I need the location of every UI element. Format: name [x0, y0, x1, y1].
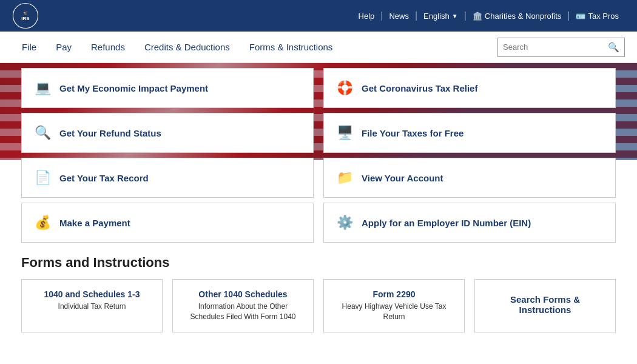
view-account-card[interactable]: 📁 View Your Account: [323, 158, 616, 198]
help-link[interactable]: Help: [352, 12, 381, 21]
search-button[interactable]: 🔍: [608, 42, 619, 53]
nav-refunds[interactable]: Refunds: [81, 32, 135, 63]
coronavirus-label: Get Coronavirus Tax Relief: [362, 83, 477, 93]
form-2290-subtitle: Heavy Highway Vehicle Use Tax Return: [332, 302, 456, 322]
money-icon: 💰: [34, 215, 51, 231]
refund-status-card[interactable]: 🔍 Get Your Refund Status: [21, 113, 314, 153]
svg-text:🦅: 🦅: [23, 10, 29, 15]
top-links: Help | News | English ▼ | 🏛️ Charities &…: [352, 10, 625, 21]
logo-area: 🦅 IRS: [12, 2, 39, 29]
irs-logo: 🦅 IRS: [12, 2, 39, 29]
tax-record-card[interactable]: 📄 Get Your Tax Record: [21, 158, 314, 198]
news-link[interactable]: News: [383, 12, 415, 21]
make-payment-label: Make a Payment: [59, 218, 130, 228]
lifering-icon: 🛟: [336, 80, 353, 96]
forms-cards-row: 1040 and Schedules 1-3 Individual Tax Re…: [21, 279, 616, 332]
chevron-down-icon: ▼: [452, 13, 458, 19]
forms-section-title: Forms and Instructions: [21, 255, 616, 271]
file-free-card[interactable]: 🖥️ File Your Taxes for Free: [323, 113, 616, 153]
english-link[interactable]: English ▼: [417, 12, 464, 21]
form-other-1040-subtitle: Information About the Other Schedules Fi…: [181, 302, 305, 322]
cards-row-4: 💰 Make a Payment ⚙️ Apply for an Employe…: [21, 203, 616, 243]
nav-bar: File Pay Refunds Credits & Deductions Fo…: [0, 32, 637, 63]
form-1040-title: 1040 and Schedules 1-3: [30, 289, 153, 299]
tax-pros-label: Tax Pros: [588, 12, 619, 21]
ein-label: Apply for an Employer ID Number (EIN): [362, 218, 531, 228]
coronavirus-card[interactable]: 🛟 Get Coronavirus Tax Relief: [323, 68, 616, 108]
folder-icon: 📁: [336, 170, 353, 186]
gear-icon: ⚙️: [336, 215, 353, 231]
search-input[interactable]: [503, 42, 608, 52]
tax-pros-icon: 🪪: [576, 12, 585, 21]
tax-record-label: Get Your Tax Record: [59, 173, 149, 183]
view-account-label: View Your Account: [362, 173, 443, 183]
form-2290-title: Form 2290: [332, 289, 456, 299]
nav-forms[interactable]: Forms & Instructions: [240, 32, 343, 63]
search-forms-card[interactable]: Search Forms & Instructions: [474, 279, 616, 332]
ein-card[interactable]: ⚙️ Apply for an Employer ID Number (EIN): [323, 203, 616, 243]
search-box: 🔍: [497, 38, 625, 57]
svg-text:IRS: IRS: [21, 16, 30, 21]
top-bar: 🦅 IRS Help | News | English ▼ | 🏛️ Chari…: [0, 0, 637, 32]
monitor-icon: 🖥️: [336, 125, 353, 141]
forms-section: Forms and Instructions 1040 and Schedule…: [21, 255, 616, 332]
form-2290-card[interactable]: Form 2290 Heavy Highway Vehicle Use Tax …: [323, 279, 465, 332]
english-label: English: [423, 12, 450, 21]
cards-row-3: 📄 Get Your Tax Record 📁 View Your Accoun…: [21, 158, 616, 198]
cards-row-2: 🔍 Get Your Refund Status 🖥️ File Your Ta…: [21, 113, 616, 153]
form-1040-card[interactable]: 1040 and Schedules 1-3 Individual Tax Re…: [21, 279, 163, 332]
charities-label: Charities & Nonprofits: [485, 12, 561, 21]
refund-status-label: Get Your Refund Status: [59, 128, 161, 138]
form-1040-subtitle: Individual Tax Return: [30, 302, 153, 312]
make-payment-card[interactable]: 💰 Make a Payment: [21, 203, 314, 243]
charities-link[interactable]: 🏛️ Charities & Nonprofits: [467, 12, 567, 21]
search-icon: 🔍: [34, 125, 51, 141]
economic-impact-label: Get My Economic Impact Payment: [59, 83, 208, 93]
economic-impact-card[interactable]: 💻 Get My Economic Impact Payment: [21, 68, 314, 108]
charities-icon: 🏛️: [473, 12, 482, 21]
tax-pros-link[interactable]: 🪪 Tax Pros: [570, 12, 625, 21]
hero-cards-section: 💻 Get My Economic Impact Payment 🛟 Get C…: [21, 68, 616, 248]
form-other-1040-card[interactable]: Other 1040 Schedules Information About t…: [172, 279, 314, 332]
nav-credits[interactable]: Credits & Deductions: [135, 32, 240, 63]
nav-file[interactable]: File: [12, 32, 46, 63]
file-free-label: File Your Taxes for Free: [362, 128, 463, 138]
laptop-icon: 💻: [34, 80, 51, 96]
document-icon: 📄: [34, 170, 51, 186]
search-forms-title: Search Forms & Instructions: [484, 294, 607, 315]
page-wrapper: 🦅 IRS Help | News | English ▼ | 🏛️ Chari…: [0, 0, 637, 364]
cards-row-1: 💻 Get My Economic Impact Payment 🛟 Get C…: [21, 68, 616, 108]
nav-pay[interactable]: Pay: [46, 32, 81, 63]
form-other-1040-title: Other 1040 Schedules: [181, 289, 305, 299]
